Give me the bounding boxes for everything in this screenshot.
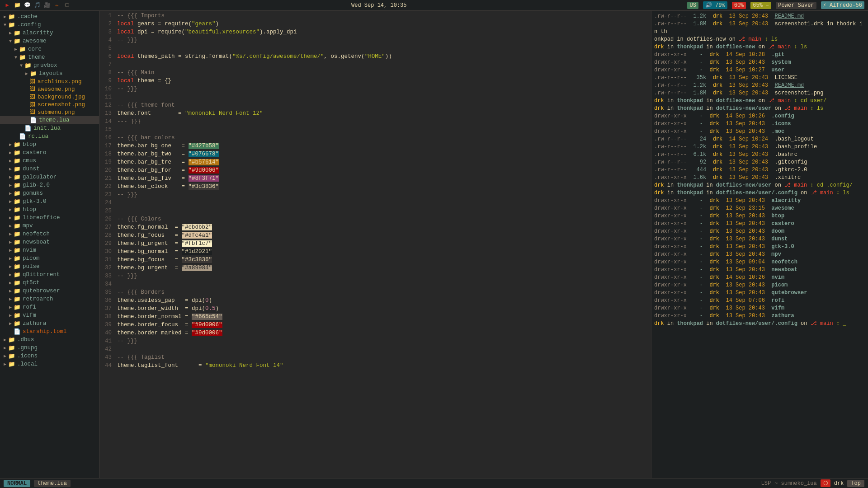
tree-item-cache[interactable]: ▶📁.cache bbox=[0, 13, 99, 21]
code-line-42: 42 bbox=[99, 345, 651, 353]
term-line-19: .rw-r--r-- 92 drk 13 Sep 20:43 .gitconfi… bbox=[654, 159, 865, 166]
term-line-36: drwxr-xr-x - drk 13 Sep 20:43 qutebrowse… bbox=[654, 289, 865, 297]
term-line-20: .rw-r--r-- 444 drk 13 Sep 20:43 .gtkrc-2… bbox=[654, 166, 865, 174]
tree-item-newsboat[interactable]: ▶📁newsboat bbox=[0, 238, 99, 246]
term-line-29: drwxr-xr-x - drk 13 Sep 20:43 dunst bbox=[654, 235, 865, 243]
git-branch-label: drk bbox=[834, 480, 844, 487]
code-line-41: 41 -- }}} bbox=[99, 337, 651, 345]
code-line-6: 6 local themes_path = string.format("%s/… bbox=[99, 52, 651, 61]
code-line-5: 5 bbox=[99, 44, 651, 52]
code-line-7: 7 bbox=[99, 61, 651, 69]
keyboard-layout-badge: US bbox=[687, 2, 698, 9]
tree-item-config[interactable]: ▼📁.config bbox=[0, 21, 99, 29]
code-line-3: 3 local dpi = require("beautiful.xresour… bbox=[99, 28, 651, 36]
tree-item-gruvbox[interactable]: ▼📁gruvbox bbox=[0, 61, 99, 70]
tree-item-local[interactable]: ▶📁.local bbox=[0, 360, 99, 368]
code-line-17: 17 theme.bar_bg_one = "#427b58" bbox=[99, 142, 651, 150]
tree-item-screenshot[interactable]: ▶🖼screenshot.png bbox=[0, 101, 99, 108]
term-line-38: drwxr-xr-x - drk 13 Sep 20:43 vifm bbox=[654, 305, 865, 312]
tree-item-rc-lua[interactable]: ▶📄rc.lua bbox=[0, 132, 99, 141]
tree-item-qbittorrent[interactable]: ▶📁qBittorrent bbox=[0, 271, 99, 279]
tree-item-pulse[interactable]: ▶📁pulse bbox=[0, 263, 99, 271]
code-line-34: 34 bbox=[99, 280, 651, 288]
tree-item-zathura[interactable]: ▶📁zathura bbox=[0, 319, 99, 328]
tree-item-init-lua[interactable]: ▶📄init.lua bbox=[0, 124, 99, 132]
tree-item-dunst[interactable]: ▶📁dunst bbox=[0, 165, 99, 173]
code-line-36: 36 theme.useless_gap = dpi(0) bbox=[99, 296, 651, 305]
tree-item-layouts[interactable]: ▶📁layouts bbox=[0, 70, 99, 78]
tree-item-btop[interactable]: ▶📁btop bbox=[0, 141, 99, 149]
code-line-8: 8 -- {{{ Main bbox=[99, 69, 651, 77]
file-tree: ▶📁.cache ▼📁.config ▶📁alacritty ▼📁awesome… bbox=[0, 11, 99, 478]
code-line-38: 38 theme.border_normal = "#665c54" bbox=[99, 313, 651, 321]
tree-item-gomuks[interactable]: ▶📁gomuks bbox=[0, 189, 99, 197]
tree-item-vifm[interactable]: ▶📁vifm bbox=[0, 311, 99, 319]
tree-item-dbus[interactable]: ▶📁.dbus bbox=[0, 336, 99, 344]
tree-item-castero[interactable]: ▶📁castero bbox=[0, 149, 99, 157]
tree-item-qt5ct[interactable]: ▶📁qt5ct bbox=[0, 279, 99, 287]
code-line-18: 18 theme.bar_bg_two = "#076678" bbox=[99, 150, 651, 158]
tree-item-glib[interactable]: ▶📁glib-2.0 bbox=[0, 181, 99, 189]
tree-item-icons[interactable]: ▶📁.icons bbox=[0, 352, 99, 360]
tree-item-nvim[interactable]: ▶📁nvim bbox=[0, 246, 99, 254]
app-icon-6[interactable]: ✏ bbox=[53, 2, 61, 9]
tree-item-rofi[interactable]: ▶📁rofi bbox=[0, 303, 99, 311]
tree-item-neofetch[interactable]: ▶📁neofetch bbox=[0, 230, 99, 238]
app-icon-2[interactable]: 📁 bbox=[14, 2, 21, 9]
wifi-badge: ⚡ Alfredo-56 bbox=[821, 1, 864, 9]
topbar-datetime: Wed Sep 14, 10:35 bbox=[351, 2, 406, 9]
term-line-9: .rw-r--r-- 1.2k drk 13 Sep 20:43 README.… bbox=[654, 82, 865, 89]
term-line-10: .rw-r--r-- 1.8M drk 13 Sep 20:43 screens… bbox=[654, 89, 865, 97]
topbar: ▶ 📁 💬 🎵 🎥 ✏ ⬡ Wed Sep 14, 10:35 US 🔊 79%… bbox=[0, 0, 868, 11]
cpu-badge: 60% bbox=[732, 2, 746, 9]
app-icon-5[interactable]: 🎥 bbox=[43, 2, 51, 9]
term-line-4: drk in thonkpad in dotfiles-new on ⎇ mai… bbox=[654, 43, 865, 51]
term-line-12: drk in thonkpad in dotfiles-new/user on … bbox=[654, 105, 865, 113]
tree-item-awesome-png[interactable]: ▶🖼awesome.png bbox=[0, 85, 99, 93]
app-icon-4[interactable]: 🎵 bbox=[33, 2, 41, 9]
tree-item-gnupg[interactable]: ▶📁.gnupg bbox=[0, 344, 99, 352]
tree-item-htop[interactable]: ▶📁htop bbox=[0, 206, 99, 214]
tree-item-awesome[interactable]: ▼📁awesome bbox=[0, 37, 99, 45]
tree-item-submenu[interactable]: ▶🖼submenu.png bbox=[0, 108, 99, 116]
app-icon-1[interactable]: ▶ bbox=[4, 2, 11, 9]
tree-item-starship[interactable]: ▶📄starship.toml bbox=[0, 328, 99, 336]
tree-item-libreoffice[interactable]: ▶📁libreoffice bbox=[0, 214, 99, 222]
tree-item-picom[interactable]: ▶📁picom bbox=[0, 254, 99, 263]
editor-content[interactable]: 1 -- {{{ Imports 2 local gears = require… bbox=[99, 11, 651, 478]
code-line-22: 22 theme.bar_clock = "#3c3836" bbox=[99, 183, 651, 191]
app-icon-3[interactable]: 💬 bbox=[24, 2, 31, 9]
power-badge: Power Saver bbox=[776, 2, 816, 9]
code-line-14: 14 --- }}} bbox=[99, 117, 651, 126]
code-line-15: 15 bbox=[99, 126, 651, 134]
tree-item-mpv[interactable]: ▶📁mpv bbox=[0, 222, 99, 230]
tree-item-theme-lua[interactable]: ▶📄theme.lua bbox=[0, 116, 99, 124]
app-icon-7[interactable]: ⬡ bbox=[63, 2, 71, 9]
battery-badge: 65% – bbox=[750, 2, 771, 9]
tree-item-background[interactable]: ▶🖼background.jpg bbox=[0, 93, 99, 101]
tree-item-core[interactable]: ▶📁core bbox=[0, 45, 99, 53]
tree-item-galculator[interactable]: ▶📁galculator bbox=[0, 173, 99, 181]
term-line-15: drwxr-xr-x - drk 13 Sep 20:43 .moc bbox=[654, 128, 865, 136]
code-line-37: 37 theme.border_width = dpi(0.5) bbox=[99, 305, 651, 313]
terminal-panel[interactable]: .rw-r--r-- 1.2k drk 13 Sep 20:43 README.… bbox=[651, 11, 868, 478]
code-line-28: 28 theme.fg_focus = "#dfc4a1" bbox=[99, 231, 651, 239]
tree-item-alacritty[interactable]: ▶📁alacritty bbox=[0, 29, 99, 37]
tree-item-gtk3[interactable]: ▶📁gtk-3.0 bbox=[0, 197, 99, 206]
tree-item-qutebrowser[interactable]: ▶📁qutebrowser bbox=[0, 287, 99, 295]
tree-item-archlinux[interactable]: ▶🖼archlinux.png bbox=[0, 78, 99, 85]
term-line-1: .rw-r--r-- 1.2k drk 13 Sep 20:43 README.… bbox=[654, 13, 865, 20]
code-line-25: 25 bbox=[99, 207, 651, 215]
term-line-24: drwxr-xr-x - drk 13 Sep 20:43 alacritty bbox=[654, 197, 865, 205]
tree-item-cmus[interactable]: ▶📁cmus bbox=[0, 157, 99, 165]
topbar-left: ▶ 📁 💬 🎵 🎥 ✏ ⬡ bbox=[4, 2, 71, 9]
tree-item-retroarch[interactable]: ▶📁retroarch bbox=[0, 295, 99, 303]
term-line-18: .rw-r--r-- 6.1k drk 13 Sep 20:43 .bashrc bbox=[654, 151, 865, 159]
code-line-12: 12 -- {{{ theme font bbox=[99, 101, 651, 109]
editor: 1 -- {{{ Imports 2 local gears = require… bbox=[99, 11, 651, 478]
term-line-7: drwxr-xr-x - drk 14 Sep 10:27 user bbox=[654, 66, 865, 74]
code-line-20: 20 theme.bar_bg_for = "#9d0006" bbox=[99, 166, 651, 174]
code-line-23: 23 -- }}} bbox=[99, 191, 651, 199]
term-line-17: .rw-r--r-- 1.2k drk 13 Sep 20:43 .bash_p… bbox=[654, 143, 865, 151]
tree-item-theme[interactable]: ▼📁theme bbox=[0, 53, 99, 61]
